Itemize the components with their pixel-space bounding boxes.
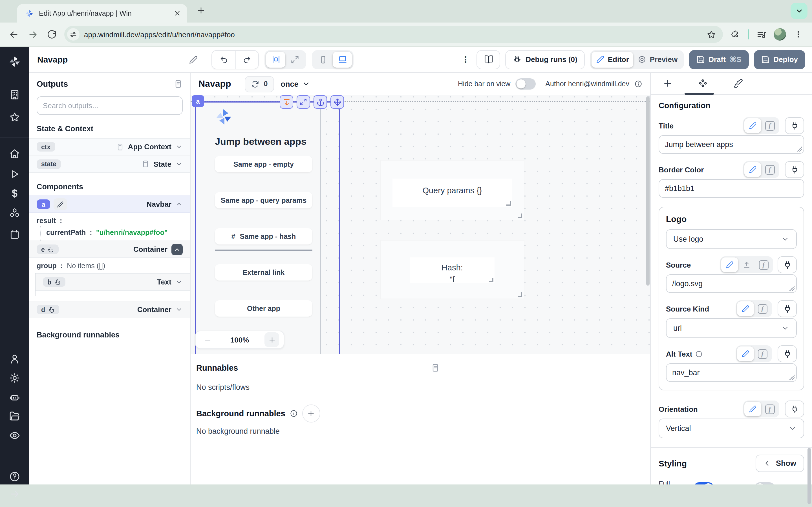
more-menu-icon[interactable]: ⋮ — [461, 54, 470, 64]
bookmark-star-icon[interactable] — [707, 30, 716, 39]
back-icon[interactable] — [7, 27, 20, 41]
debug-runs-button[interactable]: Debug runs (0) — [505, 50, 585, 69]
upload-mode-icon[interactable] — [738, 258, 755, 272]
edit-id-pencil-icon[interactable] — [54, 198, 67, 210]
rail-audit-icon[interactable] — [9, 430, 20, 441]
rail-collapse-icon[interactable] — [9, 489, 20, 499]
static-mode-pencil-icon[interactable] — [744, 162, 761, 177]
rename-pencil-icon[interactable] — [189, 55, 198, 64]
orientation-select[interactable]: Vertical — [659, 418, 804, 438]
nav-button-other-app[interactable]: Other app — [215, 300, 312, 317]
info-icon[interactable] — [635, 80, 642, 88]
settings-scrollbar[interactable] — [808, 448, 811, 504]
window-chevron-button[interactable] — [791, 3, 808, 19]
zoom-out-button[interactable] — [200, 332, 215, 347]
canvas-scrollbar[interactable] — [646, 96, 650, 286]
expression-mode-icon[interactable]: f — [761, 402, 778, 416]
rail-home-icon[interactable] — [9, 148, 20, 159]
rail-folders-icon[interactable] — [9, 411, 20, 422]
component-row-container-e[interactable]: e Container — [29, 240, 190, 258]
styling-tab[interactable] — [733, 78, 743, 89]
show-styling-button[interactable]: Show — [756, 455, 804, 472]
chevron-down-icon[interactable] — [175, 160, 183, 168]
connect-plug-button[interactable] — [777, 300, 797, 317]
hide-bar-toggle[interactable] — [515, 78, 536, 90]
outputs-panel-icon[interactable] — [174, 79, 183, 89]
docs-book-button[interactable] — [476, 50, 500, 69]
expand-down-icon[interactable] — [280, 95, 293, 109]
rail-variables-icon[interactable]: $ — [12, 188, 17, 200]
new-tab-button[interactable] — [196, 6, 206, 15]
static-mode-pencil-icon[interactable] — [737, 346, 754, 361]
add-background-runnable-button[interactable] — [302, 404, 320, 422]
expand-component-icon[interactable] — [297, 95, 310, 109]
draft-button[interactable]: Draft ⌘S — [689, 50, 749, 69]
insert-component-tab[interactable] — [663, 78, 673, 89]
media-playlist-icon[interactable] — [755, 27, 768, 41]
preview-tab[interactable]: Preview — [633, 52, 682, 67]
chevron-down-icon[interactable] — [175, 306, 183, 313]
rail-help-icon[interactable] — [9, 471, 20, 482]
connect-plug-button[interactable] — [785, 161, 804, 178]
zoom-in-button[interactable] — [264, 332, 279, 347]
rail-users-icon[interactable] — [9, 353, 20, 364]
windmill-logo[interactable] — [8, 55, 21, 69]
connect-plug-button[interactable] — [777, 256, 797, 273]
source-kind-select[interactable]: url — [666, 318, 797, 338]
mobile-toggle[interactable] — [754, 482, 774, 485]
nav-button-empty[interactable]: Same app - empty — [215, 156, 312, 172]
desktop-view-button[interactable] — [333, 52, 352, 67]
rail-favorites-icon[interactable] — [9, 112, 20, 123]
chevron-down-icon[interactable] — [175, 278, 183, 286]
navbar-component-preview[interactable]: Jump between apps Same app - empty Same … — [195, 101, 321, 354]
runnables-doc-icon[interactable] — [431, 363, 440, 372]
expression-mode-icon[interactable]: f — [754, 346, 771, 361]
nav-button-query-params[interactable]: Same app - query params — [215, 192, 312, 209]
chevron-down-icon[interactable] — [175, 143, 183, 151]
browser-menu-icon[interactable]: ⋮ — [792, 27, 805, 41]
url-text[interactable]: app.windmill.dev/apps/edit/u/henri/navap… — [84, 30, 702, 39]
centered-layout-button[interactable] — [266, 52, 285, 67]
collapse-button[interactable] — [171, 244, 183, 255]
resize-corner[interactable] — [506, 201, 511, 206]
static-mode-pencil-icon[interactable] — [744, 402, 761, 416]
site-settings-icon[interactable] — [67, 28, 80, 41]
state-row[interactable]: state State — [29, 156, 190, 173]
rail-resources-icon[interactable] — [9, 207, 20, 219]
reload-icon[interactable] — [45, 27, 59, 41]
extensions-icon[interactable] — [728, 27, 742, 41]
expression-mode-icon[interactable]: f — [761, 162, 778, 177]
chevron-up-icon[interactable] — [175, 201, 183, 208]
expression-mode-icon[interactable]: f — [761, 118, 778, 133]
expression-mode-icon[interactable]: f — [754, 301, 771, 316]
current-path-line[interactable]: currentPath : "u/henri/navapp#foo" — [40, 226, 190, 240]
redo-button[interactable] — [235, 50, 258, 68]
hash-panel[interactable]: Hash: "f — [380, 240, 524, 298]
source-input[interactable]: /logo.svg — [666, 274, 797, 293]
tab-close-icon[interactable] — [172, 9, 182, 18]
rail-apps-icon[interactable] — [9, 89, 20, 100]
result-line[interactable]: result : — [29, 213, 190, 226]
anchor-icon[interactable] — [313, 95, 327, 109]
connect-plug-button[interactable] — [785, 400, 804, 417]
deploy-button[interactable]: Deploy — [754, 50, 805, 69]
component-settings-tab[interactable] — [698, 78, 708, 89]
nav-button-external-link[interactable]: External link — [215, 264, 312, 281]
nav-button-hash[interactable]: # Same app - hash — [215, 228, 312, 244]
query-params-text-box[interactable]: Query params {} — [393, 179, 512, 207]
browser-tab[interactable]: Edit App u/henri/navapp | Win — [17, 4, 187, 22]
forward-icon[interactable] — [26, 27, 40, 41]
address-bar[interactable]: app.windmill.dev/apps/edit/u/henri/navap… — [64, 26, 723, 43]
connect-plug-button[interactable] — [785, 117, 804, 134]
search-outputs-input[interactable] — [37, 96, 183, 115]
editor-tab[interactable]: Editor — [592, 52, 633, 67]
fullscreen-layout-button[interactable] — [285, 52, 305, 67]
alt-text-input[interactable]: nav_bar — [666, 363, 797, 382]
selected-component-badge[interactable]: a — [192, 95, 204, 107]
mobile-view-button[interactable] — [313, 52, 333, 67]
group-line[interactable]: group : No items ([]) — [29, 258, 190, 273]
component-row-navbar[interactable]: a Navbar — [29, 195, 190, 213]
border-color-input[interactable]: #b1b1b1 — [659, 179, 804, 198]
rail-schedules-icon[interactable] — [9, 229, 20, 240]
connect-plug-button[interactable] — [777, 345, 797, 362]
